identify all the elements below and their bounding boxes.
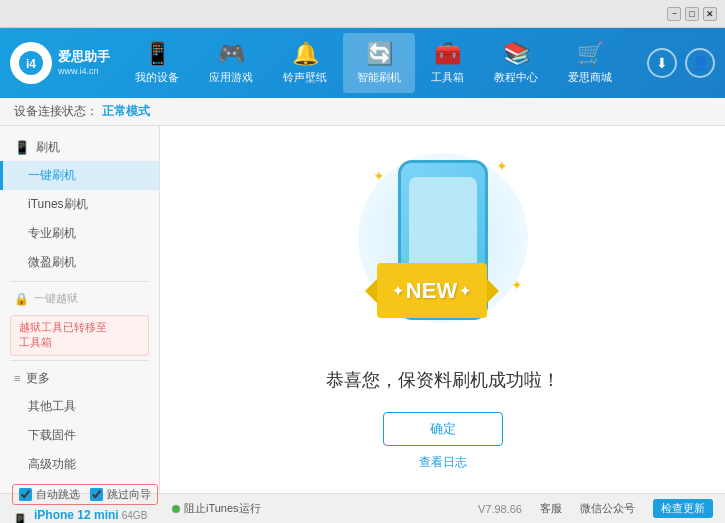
skip-wizard-checkbox-label[interactable]: 跳过向导 [90,487,151,502]
smart-flash-label: 智能刷机 [357,70,401,85]
nav-toolbox[interactable]: 🧰 工具箱 [417,33,478,93]
toolbox-icon: 🧰 [434,41,461,67]
nav-my-device[interactable]: 📱 我的设备 [121,33,193,93]
phone-icon: 📱 [12,513,28,523]
header-right: ⬇ 👤 [647,48,715,78]
skip-wizard-label: 跳过向导 [107,487,151,502]
pro-flash-label: 专业刷机 [28,226,76,240]
check-update-button[interactable]: 检查更新 [653,499,713,518]
sidebar-item-one-key-flash[interactable]: 一键刷机 [0,161,159,190]
bottom-bar: 自动跳选 跳过向导 📱 iPhone 12 mini 64GB Down-12m… [0,493,725,523]
status-label: 设备连接状态： [14,103,98,120]
jailbreak-notice-text: 越狱工具已转移至工具箱 [19,321,107,348]
svg-text:i4: i4 [26,57,36,71]
sparkle-2: ✦ [496,158,508,174]
download-button[interactable]: ⬇ [647,48,677,78]
logo-area: i4 爱思助手 www.i4.cn [10,42,110,84]
nav-items: 📱 我的设备 🎮 应用游戏 🔔 铃声壁纸 🔄 智能刷机 🧰 工具箱 📚 教程中心… [110,33,637,93]
jailbreak-notice: 越狱工具已转移至工具箱 [10,315,149,356]
wechat-link[interactable]: 微信公众号 [580,501,635,516]
success-title: 恭喜您，保资料刷机成功啦！ [326,368,560,392]
sidebar-section-more: ≡ 更多 其他工具 下载固件 高级功能 [0,365,159,479]
close-button[interactable]: ✕ [703,7,717,21]
apps-games-icon: 🎮 [218,41,245,67]
success-illustration: ✦ NEW ✦ ✦ ✦ ✦ [343,148,543,348]
auto-switch-checkbox-label[interactable]: 自动跳选 [19,487,80,502]
auto-switch-checkbox[interactable] [19,488,32,501]
title-bar: － □ ✕ [0,0,725,28]
maximize-button[interactable]: □ [685,7,699,21]
flash-section-label: 刷机 [36,139,60,156]
save-flash-label: 微盈刷机 [28,255,76,269]
my-device-icon: 📱 [144,41,171,67]
sidebar-flash-header[interactable]: 📱 刷机 [0,134,159,161]
ringtones-label: 铃声壁纸 [283,70,327,85]
device-info: 📱 iPhone 12 mini 64GB Down-12mini-13,1 [12,508,158,524]
toolbox-label: 工具箱 [431,70,464,85]
sidebar-item-itunes-flash[interactable]: iTunes刷机 [0,190,159,219]
bottom-left-col: 自动跳选 跳过向导 📱 iPhone 12 mini 64GB Down-12m… [12,484,158,524]
title-bar-controls: － □ ✕ [667,7,717,21]
itunes-status-dot [172,505,180,513]
status-bar: 设备连接状态： 正常模式 [0,98,725,126]
sidebar-divider-2 [10,360,149,361]
ribbon-new: ✦ NEW ✦ [377,263,487,318]
one-key-flash-label: 一键刷机 [28,168,76,182]
device-storage: 64GB [122,510,148,521]
minimize-button[interactable]: － [667,7,681,21]
skip-wizard-checkbox[interactable] [90,488,103,501]
status-value: 正常模式 [102,103,150,120]
mall-icon: 🛒 [577,41,604,67]
device-name: iPhone 12 mini [34,508,119,522]
sidebar-divider-1 [10,281,149,282]
sidebar-item-pro-flash[interactable]: 专业刷机 [0,219,159,248]
itunes-flash-label: iTunes刷机 [28,197,88,211]
brand-url: www.i4.cn [58,66,110,78]
nav-tutorials[interactable]: 📚 教程中心 [480,33,552,93]
tutorials-label: 教程中心 [494,70,538,85]
confirm-button[interactable]: 确定 [383,412,503,446]
flash-section-icon: 📱 [14,140,30,155]
sidebar-jailbreak-header: 🔒 一键越狱 [0,286,159,311]
more-icon: ≡ [14,372,20,384]
nav-mall[interactable]: 🛒 爱思商城 [554,33,626,93]
sidebar: 📱 刷机 一键刷机 iTunes刷机 专业刷机 微盈刷机 🔒 一键越狱 [0,126,160,493]
sidebar-section-jailbreak: 🔒 一键越狱 越狱工具已转移至工具箱 [0,286,159,356]
sidebar-item-advanced[interactable]: 高级功能 [0,450,159,479]
nav-smart-flash[interactable]: 🔄 智能刷机 [343,33,415,93]
device-details-col: iPhone 12 mini 64GB Down-12mini-13,1 [34,508,147,524]
logo-text: 爱思助手 www.i4.cn [58,49,110,78]
download-firmware-label: 下载固件 [28,428,76,442]
user-button[interactable]: 👤 [685,48,715,78]
header: i4 爱思助手 www.i4.cn 📱 我的设备 🎮 应用游戏 🔔 铃声壁纸 🔄… [0,28,725,98]
smart-flash-icon: 🔄 [366,41,393,67]
logo-icon: i4 [10,42,52,84]
main-layout: 📱 刷机 一键刷机 iTunes刷机 专业刷机 微盈刷机 🔒 一键越狱 [0,126,725,493]
customer-service-link[interactable]: 客服 [540,501,562,516]
brand-name: 爱思助手 [58,49,110,66]
more-label: 更多 [26,370,50,387]
apps-games-label: 应用游戏 [209,70,253,85]
mall-label: 爱思商城 [568,70,612,85]
sparkle-3: ✦ [511,277,523,293]
itunes-status-text: 阻止iTunes运行 [184,501,261,516]
sparkle-1: ✦ [373,168,385,184]
tutorials-icon: 📚 [503,41,530,67]
other-tools-label: 其他工具 [28,399,76,413]
ringtones-icon: 🔔 [292,41,319,67]
my-device-label: 我的设备 [135,70,179,85]
sidebar-item-other-tools[interactable]: 其他工具 [0,392,159,421]
bottom-left: 自动跳选 跳过向导 📱 iPhone 12 mini 64GB Down-12m… [12,484,478,524]
sidebar-item-save-flash[interactable]: 微盈刷机 [0,248,159,277]
bottom-right: V7.98.66 客服 微信公众号 检查更新 [478,499,713,518]
nav-ringtones[interactable]: 🔔 铃声壁纸 [269,33,341,93]
itunes-status: 阻止iTunes运行 [172,501,261,516]
ribbon-text: NEW [406,278,457,304]
jailbreak-label: 一键越狱 [34,291,78,306]
nav-apps-games[interactable]: 🎮 应用游戏 [195,33,267,93]
jailbreak-lock-icon: 🔒 [14,292,29,306]
sidebar-more-header: ≡ 更多 [0,365,159,392]
sidebar-item-download-firmware[interactable]: 下载固件 [0,421,159,450]
daily-link[interactable]: 查看日志 [419,454,467,471]
auto-switch-label: 自动跳选 [36,487,80,502]
